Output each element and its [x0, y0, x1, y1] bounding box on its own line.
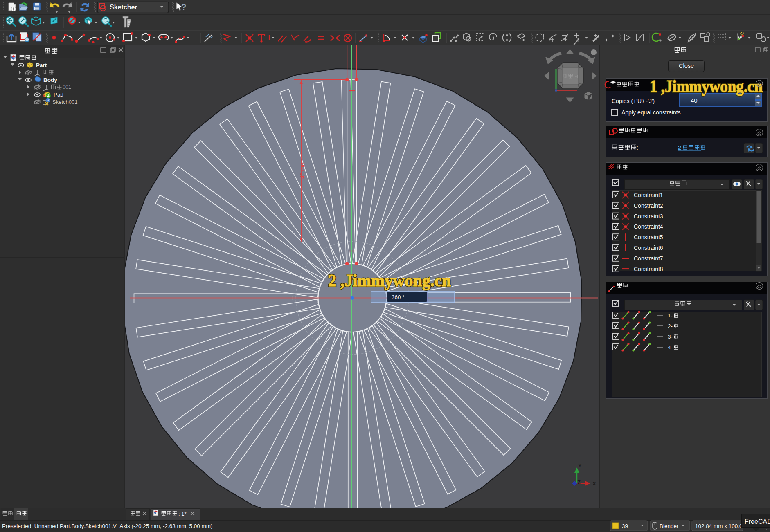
svg-text::: :: [637, 144, 638, 151]
svg-text:: 1*: : 1*: [178, 511, 187, 517]
svg-text:Preselected: Unnamed.Part.Body: Preselected: Unnamed.Part.Body.Sketch001…: [2, 523, 212, 529]
svg-text:Constraint2: Constraint2: [634, 202, 663, 209]
svg-text:FreeCAD: FreeCAD: [745, 518, 770, 525]
svg-text:Sketcher: Sketcher: [110, 4, 137, 11]
svg-text:Y: Y: [578, 462, 582, 469]
svg-text:Constraint8: Constraint8: [634, 266, 663, 272]
svg-text:1 ,Jimmywong.cn: 1 ,Jimmywong.cn: [650, 76, 763, 96]
svg-text:Part: Part: [36, 62, 47, 68]
svg-text:Constraint7: Constraint7: [634, 255, 663, 262]
svg-text:360 °: 360 °: [392, 294, 405, 300]
svg-text:Constraint4: Constraint4: [634, 223, 663, 230]
svg-text:39: 39: [622, 523, 628, 529]
svg-text:Constraint1: Constraint1: [634, 192, 663, 198]
svg-text:Blender: Blender: [660, 523, 679, 529]
svg-text:Constraint6: Constraint6: [634, 245, 663, 251]
svg-text:4-: 4-: [668, 344, 673, 350]
svg-text:Z: Z: [577, 479, 581, 485]
svg-text:2-: 2-: [668, 323, 673, 329]
svg-text:Body: Body: [43, 77, 57, 83]
svg-text:40 mm: 40 mm: [299, 161, 306, 179]
svg-text:001: 001: [63, 84, 71, 90]
svg-text:2 ,Jimmywong.cn: 2 ,Jimmywong.cn: [328, 271, 451, 290]
svg-text:3-: 3-: [668, 334, 673, 340]
svg-text:?: ?: [181, 2, 186, 11]
svg-text:Pad: Pad: [54, 92, 63, 98]
svg-text:1-: 1-: [668, 312, 673, 319]
svg-text:Constraint5: Constraint5: [634, 234, 663, 240]
svg-text:Constraint3: Constraint3: [634, 213, 663, 220]
svg-text:Sketch001: Sketch001: [52, 99, 77, 105]
svg-text:2: 2: [678, 144, 681, 151]
svg-text:X: X: [592, 480, 596, 487]
